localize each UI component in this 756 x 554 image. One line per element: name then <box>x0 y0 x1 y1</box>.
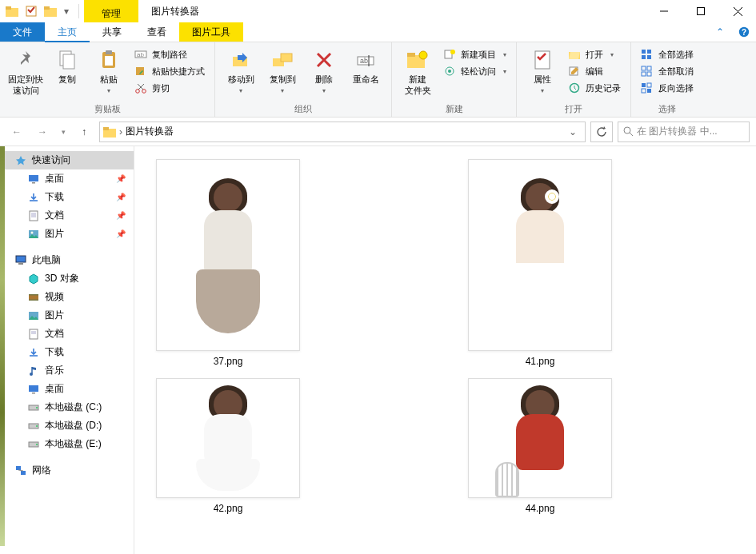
delete-button[interactable]: 删除▾ <box>303 44 345 95</box>
edit-button[interactable]: 编辑 <box>563 64 626 78</box>
tab-picture-tools[interactable]: 图片工具 <box>179 22 243 42</box>
sidebar-item-quick-access[interactable]: 快速访问 <box>0 151 134 169</box>
svg-rect-15 <box>105 56 113 66</box>
sidebar-item-pictures[interactable]: 图片📌 <box>0 225 134 243</box>
breadcrumb-separator[interactable]: › <box>119 126 122 138</box>
address-bar[interactable]: › 图片转换器 ⌄ <box>99 122 586 142</box>
sidebar-item-drive-c[interactable]: 本地磁盘 (C:) <box>0 398 134 416</box>
copy-button[interactable]: 复制 <box>46 44 88 86</box>
svg-point-81 <box>36 407 38 409</box>
rename-button[interactable]: ab 重命名 <box>345 44 386 86</box>
file-list[interactable]: 37.png 41.png 42.png 44.png <box>134 146 756 554</box>
copy-to-button[interactable]: 复制到▾ <box>262 44 303 95</box>
label: 本地磁盘 (E:) <box>45 437 102 451</box>
sidebar-item-music[interactable]: 音乐 <box>0 361 134 380</box>
svg-rect-52 <box>642 89 646 93</box>
group-new: 新建 文件夹 新建项目▾ 轻松访问▾ 新建 <box>392 42 517 117</box>
svg-line-22 <box>138 84 143 90</box>
select-none-icon <box>641 65 654 78</box>
navigation-bar: ← → ▾ ↑ › 图片转换器 ⌄ 在 图片转换器 中... <box>0 118 756 146</box>
invert-selection-button[interactable]: 反向选择 <box>636 81 698 95</box>
file-item[interactable]: 41.png <box>456 159 624 367</box>
label: 此电脑 <box>32 253 61 267</box>
up-button[interactable]: ↑ <box>74 122 94 142</box>
forward-button[interactable]: → <box>32 122 53 142</box>
divider <box>78 4 79 18</box>
pin-quick-access-button[interactable]: 固定到快 速访问 <box>5 44 46 97</box>
drive-icon <box>27 438 40 451</box>
navigation-pane: 快速访问 桌面📌 下载📌 文档📌 图片📌 此电脑 3D 对象 视频 图片 文档 … <box>0 146 134 554</box>
back-button[interactable]: ← <box>6 122 27 142</box>
sidebar-item-pictures2[interactable]: 图片 <box>0 306 134 325</box>
refresh-button[interactable] <box>590 122 613 142</box>
properties-button[interactable]: 属性▾ <box>522 44 563 95</box>
sidebar-item-drive-d[interactable]: 本地磁盘 (D:) <box>0 416 134 435</box>
label: 图片 <box>45 309 64 322</box>
cut-button[interactable]: 剪切 <box>130 81 210 95</box>
sidebar-item-documents[interactable]: 文档📌 <box>0 206 134 225</box>
tab-share[interactable]: 共享 <box>90 22 134 42</box>
search-input[interactable]: 在 图片转换器 中... <box>618 122 750 142</box>
file-item[interactable]: 44.png <box>456 378 624 514</box>
file-item[interactable]: 37.png <box>144 159 312 367</box>
select-all-icon <box>641 48 654 61</box>
select-none-button[interactable]: 全部取消 <box>636 64 698 78</box>
ribbon-collapse-icon[interactable]: ⌃ <box>708 22 732 42</box>
group-open: 属性▾ 打开▾ 编辑 历史记录 打开 <box>517 42 631 117</box>
sidebar-item-network[interactable]: 网络 <box>0 461 134 480</box>
new-item-icon <box>443 48 456 61</box>
qat-properties-icon[interactable] <box>22 2 40 20</box>
document-icon <box>27 209 40 222</box>
sidebar-item-videos[interactable]: 视频 <box>0 288 134 306</box>
invert-icon <box>641 82 654 94</box>
sidebar-item-3d-objects[interactable]: 3D 对象 <box>0 269 134 288</box>
sidebar-item-drive-e[interactable]: 本地磁盘 (E:) <box>0 435 134 453</box>
easy-access-button[interactable]: 轻松访问▾ <box>438 64 511 78</box>
move-to-button[interactable]: 移动到▾ <box>220 44 262 95</box>
svg-rect-67 <box>16 256 26 262</box>
label: 粘贴快捷方式 <box>152 66 205 78</box>
group-label: 新建 <box>397 103 511 117</box>
recent-locations-button[interactable]: ▾ <box>58 122 69 142</box>
group-label: 选择 <box>636 103 698 117</box>
sidebar-item-documents2[interactable]: 文档 <box>0 325 134 343</box>
file-item[interactable]: 42.png <box>144 378 312 514</box>
svg-rect-42 <box>642 50 646 54</box>
sidebar-item-downloads2[interactable]: 下载 <box>0 343 134 361</box>
sidebar-item-desktop2[interactable]: 桌面 <box>0 380 134 398</box>
music-icon <box>27 365 40 377</box>
svg-rect-38 <box>535 51 550 69</box>
qat-dropdown-icon[interactable]: ▾ <box>61 2 72 20</box>
sidebar-item-desktop[interactable]: 桌面📌 <box>0 169 134 188</box>
sidebar-item-downloads[interactable]: 下载📌 <box>0 188 134 206</box>
minimize-button[interactable] <box>646 0 682 22</box>
group-organize: 移动到▾ 复制到▾ 删除▾ ab 重命名 组织 <box>215 42 392 117</box>
video-icon <box>27 291 40 304</box>
download-icon <box>27 191 40 204</box>
tab-home[interactable]: 主页 <box>45 22 90 42</box>
tab-file[interactable]: 文件 <box>0 22 45 42</box>
open-button[interactable]: 打开▾ <box>563 47 626 62</box>
new-item-button[interactable]: 新建项目▾ <box>438 47 511 62</box>
new-folder-button[interactable]: 新建 文件夹 <box>397 44 438 97</box>
label: 复制到 <box>270 74 296 86</box>
pin-icon: 📌 <box>116 193 126 201</box>
paste-shortcut-button[interactable]: 粘贴快捷方式 <box>130 64 210 78</box>
select-all-button[interactable]: 全部选择 <box>636 47 698 62</box>
help-icon[interactable]: ? <box>732 22 756 42</box>
copy-path-button[interactable]: ab复制路径 <box>130 47 210 62</box>
history-button[interactable]: 历史记录 <box>563 81 626 95</box>
sidebar-item-this-pc[interactable]: 此电脑 <box>0 251 134 269</box>
window-edge-decor <box>0 146 5 546</box>
svg-rect-12 <box>63 54 74 69</box>
label: 快速访问 <box>32 153 70 167</box>
label: 固定到快 速访问 <box>8 74 43 97</box>
close-button[interactable] <box>719 0 756 22</box>
maximize-button[interactable] <box>682 0 719 22</box>
address-dropdown-icon[interactable]: ⌄ <box>564 126 582 138</box>
tab-view[interactable]: 查看 <box>134 22 179 42</box>
scissors-icon <box>134 82 147 94</box>
breadcrumb-folder[interactable]: 图片转换器 <box>126 125 174 138</box>
ribbon: 固定到快 速访问 复制 粘贴 ▾ ab复制路径 粘贴快捷方式 剪切 剪贴板 <box>0 42 756 118</box>
paste-button[interactable]: 粘贴 ▾ <box>88 44 130 95</box>
